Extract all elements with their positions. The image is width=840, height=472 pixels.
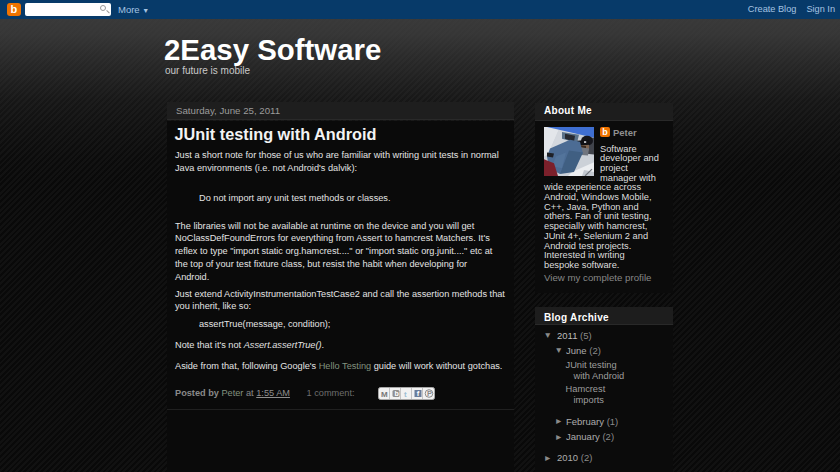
svg-text:P: P <box>427 389 432 398</box>
svg-text:t: t <box>404 389 407 398</box>
svg-text:b: b <box>395 390 399 397</box>
svg-text:M: M <box>381 389 388 398</box>
